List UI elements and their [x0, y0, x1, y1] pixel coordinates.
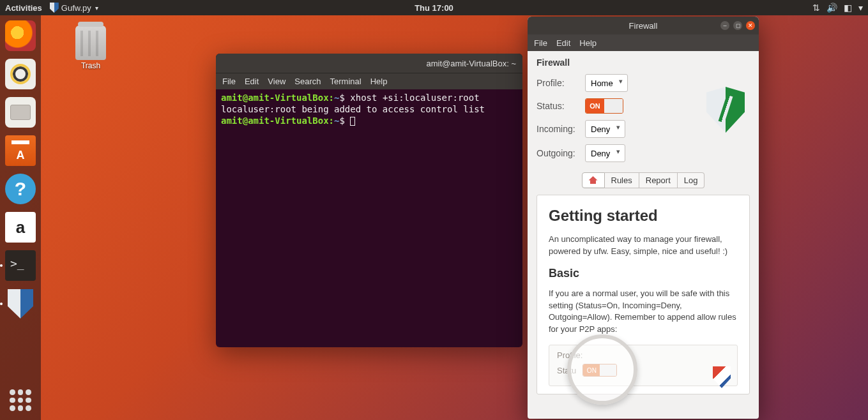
launcher-gufw[interactable] [5, 289, 36, 319]
top-panel: Activities Gufw.py ▾ Thu 17:00 ⇅ 🔊 ◧ ▾ [0, 0, 868, 15]
firewall-titlebar[interactable]: Firewall – ◻ ✕ [528, 17, 759, 34]
profile-select[interactable]: Home [585, 74, 628, 92]
activities-button[interactable]: Activities [5, 3, 42, 13]
terminal-menubar: File Edit View Search Terminal Help [216, 73, 522, 89]
fw-menu-edit[interactable]: Edit [556, 38, 570, 48]
incoming-label: Incoming: [537, 124, 585, 134]
launcher-software[interactable] [5, 135, 36, 166]
fw-menu-file[interactable]: File [534, 38, 547, 48]
info-paragraph: If you are a normal user, you will be sa… [549, 288, 738, 336]
menu-file[interactable]: File [222, 77, 236, 86]
home-icon [589, 176, 598, 184]
outgoing-label: Outgoing: [537, 148, 585, 158]
tab-log[interactable]: Log [678, 172, 705, 188]
app-menu[interactable]: Gufw.py ▾ [50, 3, 98, 13]
magnifier-icon [567, 334, 637, 405]
trash-icon [75, 26, 106, 60]
fw-menu-help[interactable]: Help [579, 38, 597, 48]
prompt-user: amit@amit-VirtualBox [221, 93, 329, 103]
firewall-content: Firewall Profile: Home Status: ON Incomi… [528, 51, 759, 419]
minimize-button[interactable]: – [720, 21, 729, 30]
toggle-on-label: ON [586, 99, 604, 113]
trash-label: Trash [70, 61, 111, 70]
launcher-help[interactable]: ? [5, 174, 36, 204]
battery-icon[interactable]: ◧ [844, 3, 852, 13]
firewall-heading: Firewall [537, 57, 750, 68]
menu-terminal[interactable]: Terminal [330, 77, 362, 86]
system-tray: ⇅ 🔊 ◧ ▾ [812, 3, 863, 13]
status-toggle[interactable]: ON [585, 98, 623, 114]
status-label: Status: [537, 101, 585, 111]
launcher-terminal[interactable] [5, 250, 36, 281]
gufw-icon [50, 3, 59, 13]
info-heading: Getting started [549, 207, 738, 225]
firewall-tabs: Rules Report Log [537, 172, 750, 188]
clock[interactable]: Thu 17:00 [415, 3, 453, 13]
maximize-button[interactable]: ◻ [733, 21, 742, 30]
close-button[interactable]: ✕ [746, 21, 755, 30]
launcher-amazon[interactable]: a [5, 212, 36, 243]
info-subheading: Basic [549, 267, 738, 280]
terminal-cursor [350, 117, 355, 126]
launcher-firefox[interactable] [5, 20, 36, 51]
shield-icon [8, 289, 33, 319]
firewall-window: Firewall – ◻ ✕ File Edit Help Firewall P… [528, 17, 759, 419]
outgoing-select[interactable]: Deny [585, 144, 625, 162]
launcher-rhythmbox[interactable] [5, 59, 36, 89]
menu-search[interactable]: Search [294, 77, 321, 86]
chevron-down-icon[interactable]: ▾ [858, 3, 863, 13]
terminal-command: xhost +si:localuser:root [350, 93, 479, 103]
tab-home[interactable] [582, 172, 605, 188]
tab-rules[interactable]: Rules [605, 172, 639, 188]
network-icon[interactable]: ⇅ [812, 3, 820, 13]
mini-shield-icon [713, 366, 731, 388]
firewall-title: Firewall [629, 21, 658, 31]
info-preview: Profile: Statu ON [549, 345, 738, 386]
terminal-title: amit@amit-VirtualBox: ~ [427, 59, 516, 68]
terminal-output: localuser:root being added to access con… [221, 103, 517, 115]
desktop-trash[interactable]: Trash [70, 26, 111, 70]
tab-report[interactable]: Report [639, 172, 678, 188]
launcher: ? a [0, 15, 41, 420]
volume-icon[interactable]: 🔊 [826, 3, 837, 13]
firewall-menubar: File Edit Help [528, 34, 759, 51]
show-applications[interactable] [10, 389, 31, 411]
info-panel: Getting started An uncomplicated way to … [537, 195, 750, 394]
terminal-body[interactable]: amit@amit-VirtualBox:~$ xhost +si:localu… [216, 89, 522, 347]
menu-help[interactable]: Help [370, 77, 388, 86]
profile-label: Profile: [537, 78, 585, 88]
chevron-down-icon: ▾ [95, 4, 98, 11]
info-paragraph: An uncomplicated way to manage your fire… [549, 234, 738, 258]
terminal-window: amit@amit-VirtualBox: ~ File Edit View S… [216, 54, 522, 347]
menu-view[interactable]: View [268, 77, 286, 86]
incoming-select[interactable]: Deny [585, 120, 625, 138]
menu-edit[interactable]: Edit [245, 77, 259, 86]
app-menu-label: Gufw.py [61, 3, 91, 13]
terminal-titlebar[interactable]: amit@amit-VirtualBox: ~ [216, 54, 522, 73]
launcher-files[interactable] [5, 97, 36, 128]
